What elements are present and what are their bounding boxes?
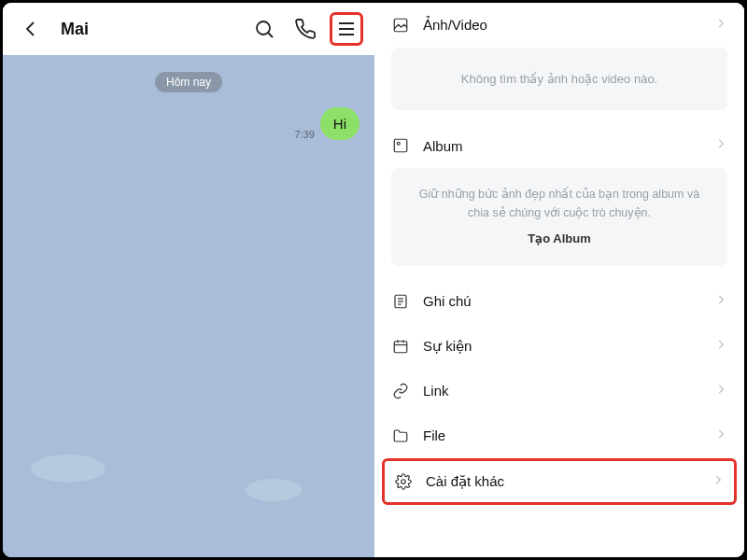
calendar-icon — [391, 337, 410, 356]
section-notes[interactable]: Ghi chú — [374, 279, 744, 324]
section-label: Sự kiện — [423, 338, 701, 355]
svg-rect-6 — [394, 139, 407, 152]
chat-body: Hôm nay 7:39 Hi — [3, 55, 374, 557]
album-hint: Giữ những bức ảnh đẹp nhất của bạn trong… — [408, 185, 711, 222]
search-icon[interactable] — [247, 12, 281, 46]
call-icon[interactable] — [289, 12, 322, 46]
chat-title: Mai — [61, 20, 89, 39]
section-album[interactable]: Album — [374, 123, 744, 168]
photo-empty-state: Không tìm thấy ảnh hoặc video nào. — [391, 48, 727, 110]
chevron-right-icon — [712, 473, 725, 490]
section-photo-video[interactable]: Ảnh/Video — [374, 3, 744, 48]
section-label: Album — [423, 138, 701, 154]
gear-icon — [394, 472, 413, 491]
section-label: Ghi chú — [423, 293, 701, 309]
date-label: Hôm nay — [155, 72, 222, 92]
menu-button[interactable] — [330, 12, 363, 46]
section-file[interactable]: File — [374, 413, 744, 458]
section-label: Link — [423, 383, 701, 399]
message-row: 7:39 Hi — [294, 107, 359, 140]
image-icon — [391, 16, 410, 35]
section-events[interactable]: Sự kiện — [374, 324, 744, 369]
folder-icon — [391, 427, 410, 445]
chevron-right-icon — [714, 338, 727, 355]
settings-highlight: Cài đặt khác — [382, 458, 737, 505]
chevron-right-icon — [714, 17, 727, 34]
link-icon — [391, 382, 410, 400]
album-icon — [391, 136, 410, 155]
svg-line-1 — [268, 33, 273, 37]
section-link[interactable]: Link — [374, 369, 744, 413]
decorative-cloud — [31, 455, 106, 483]
message-time: 7:39 — [294, 129, 314, 140]
side-panel: Ảnh/Video Không tìm thấy ảnh hoặc video … — [374, 3, 744, 557]
chevron-right-icon — [714, 427, 727, 444]
chat-pane: Mai Hôm nay 7:39 Hi — [3, 3, 374, 557]
svg-rect-12 — [394, 342, 407, 353]
chat-header: Mai — [3, 3, 374, 55]
svg-point-7 — [397, 142, 400, 145]
chevron-right-icon — [714, 293, 727, 310]
section-other-settings[interactable]: Cài đặt khác — [385, 461, 734, 502]
svg-point-0 — [257, 21, 270, 35]
create-album-button[interactable]: Tạo Album — [408, 230, 711, 249]
svg-point-16 — [402, 480, 406, 484]
back-button[interactable] — [14, 12, 48, 46]
album-empty-state: Giữ những bức ảnh đẹp nhất của bạn trong… — [391, 168, 727, 266]
message-bubble[interactable]: Hi — [320, 107, 359, 140]
decorative-cloud — [246, 479, 302, 501]
note-icon — [391, 292, 410, 311]
chevron-right-icon — [714, 137, 727, 154]
section-label: Cài đặt khác — [426, 473, 698, 490]
section-label: Ảnh/Video — [423, 17, 701, 34]
chevron-right-icon — [714, 383, 727, 399]
section-label: File — [423, 427, 701, 443]
